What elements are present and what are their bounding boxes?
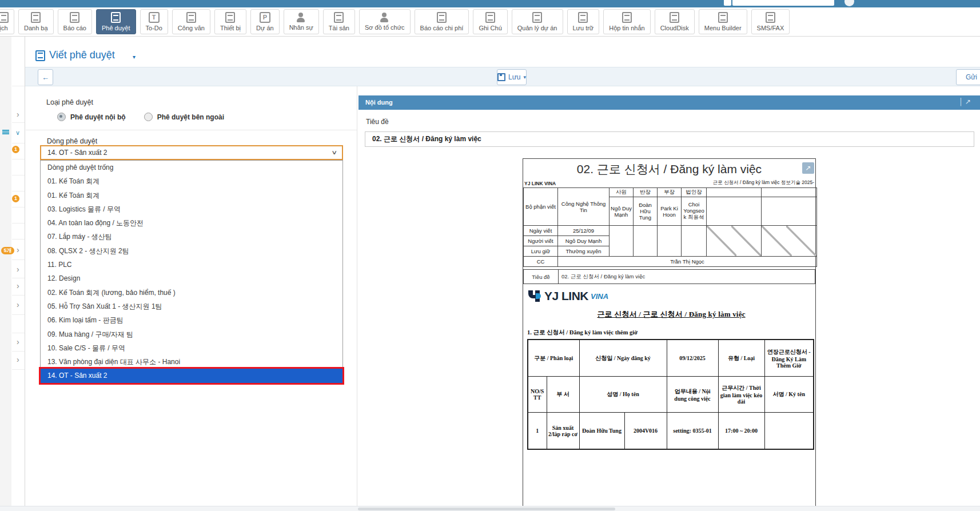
req-header-cell: 유형 / Loại	[718, 340, 764, 377]
toolbar-item-sms-fax[interactable]: SMS/FAX	[751, 9, 790, 34]
radio-external[interactable]	[144, 113, 153, 121]
toolbar-item-bao-cao-chi-phi[interactable]: Báo cáo chi phí	[415, 9, 469, 34]
flow-option[interactable]: 07. Lắp máy - 생산팀	[41, 230, 342, 243]
flow-option[interactable]: 10. Sale C/S - 물류 / 무역	[41, 341, 342, 355]
meta-value-cell: Thường xuyên	[558, 246, 609, 257]
dept-value-cell: Công Nghệ Thông Tin	[558, 188, 609, 226]
expand-section-chevron[interactable]: ›	[17, 265, 19, 273]
form-divider	[26, 130, 357, 130]
expand-section-chevron[interactable]: ›	[17, 282, 19, 290]
count-badge: 5개	[1, 247, 14, 254]
title-input[interactable]: 02. 근로 신청서 / Đăng ký làm việc	[365, 131, 974, 147]
search-scope-box[interactable]	[724, 0, 731, 6]
req-data-cell	[764, 413, 814, 450]
flow-option[interactable]: 06. Kim loại tấm - 판금팀	[41, 313, 342, 327]
req-col-header: 부 서	[547, 377, 579, 413]
meta-label-cell: Ngày viết	[524, 226, 558, 236]
flow-option[interactable]: 08. QLSX 2 - 생산지원 2팀	[41, 244, 342, 258]
signer-cell: Ngô Duy Mạnh	[609, 197, 634, 226]
radio-internal[interactable]	[57, 113, 66, 121]
req-data-cell: 17:00 ~ 20:00	[718, 413, 764, 450]
approval-icon	[111, 12, 121, 23]
toolbar-item-phe-duyet[interactable]: Phê duyệt	[96, 9, 136, 34]
req-header-cell: 연장근로신청서 - Đăng Ký Làm Thêm Giờ	[764, 340, 814, 377]
user-avatar[interactable]	[844, 0, 854, 6]
document-company: YJ LINK VINA	[524, 181, 556, 186]
back-button[interactable]: ←	[38, 69, 53, 85]
toolbar-item-cong-van[interactable]: Công văn	[172, 9, 210, 34]
flow-option[interactable]: 01. Kế Toán 회계	[41, 174, 342, 188]
flow-option[interactable]: 05. Hỗ Trợ Sản Xuất 1 - 생산지원 1팀	[41, 300, 342, 313]
expense-report-icon	[437, 12, 447, 23]
cc-label-cell: CC	[524, 257, 558, 267]
scrollbar-thumb[interactable]	[358, 508, 615, 510]
toolbar-item-luu-tru[interactable]: Lưu trữ	[567, 9, 600, 34]
global-search-input[interactable]	[732, 0, 834, 6]
toolbar-item-quan-ly-du-an[interactable]: Quản lý dự án	[512, 9, 563, 34]
sign-box-crossed	[707, 226, 762, 257]
document-expand-button[interactable]: ↗	[802, 162, 814, 174]
expand-section-chevron[interactable]: ›	[17, 356, 19, 364]
menu-builder-icon	[718, 12, 728, 23]
meta-value-cell: Ngô Duy Mạnh	[558, 236, 609, 246]
panel-expand-icon[interactable]: │ ↗	[959, 98, 971, 106]
expand-section-chevron[interactable]: ›	[17, 246, 19, 254]
document-ref: 근로 신청서 / Đăng ký làm việc 정보기술 2025-	[713, 179, 814, 186]
flow-option[interactable]: Dòng phê duyệt trống	[41, 161, 342, 174]
toolbar-item-lich[interactable]: ịch	[0, 9, 14, 34]
flow-option[interactable]: 02. Kế Toán 회계 (lương, bảo hiểm, thuế )	[41, 286, 342, 300]
flow-option[interactable]: 09. Mua hàng / 구매/자재 팀	[41, 328, 342, 341]
approval-type-radios: Phê duyệt nội bộ Phê duyệt bên ngoài	[57, 113, 238, 121]
chevron-down-icon: ∨	[331, 146, 337, 159]
save-button[interactable]: Lưu ▾	[497, 69, 527, 85]
toolbar-item-clouddisk[interactable]: CloudDisk	[655, 9, 695, 34]
project-management-icon	[532, 12, 542, 23]
calendar-icon	[0, 12, 9, 23]
send-button[interactable]: Gửi →	[956, 69, 980, 85]
req-date-cell: 09/12/2025	[667, 340, 718, 377]
toolbar-item-hop-tin-nhan[interactable]: Hộp tin nhắn	[603, 9, 650, 34]
subject-value-cell: 02. 근로 신청서 / Đăng ký làm việc	[559, 270, 815, 284]
toolbar-item-danh-ba[interactable]: Danh bạ	[18, 9, 54, 34]
todo-icon: T	[149, 12, 160, 23]
content-panel-header: Nội dung │ ↗	[358, 95, 980, 110]
flow-option[interactable]: 01. Kế Toán 회계	[41, 189, 342, 202]
save-floppy-icon	[497, 73, 505, 81]
flow-option[interactable]: 04. An toàn lao động / 노동안전	[41, 216, 342, 230]
sign-box	[609, 226, 634, 257]
letterhead: YJ LINK VINA 근로 신청서 / 근로 신청서 / Đăng ký l…	[523, 284, 815, 450]
req-data-cell: Đoàn Hữu Tung	[579, 413, 624, 450]
sign-box-crossed	[762, 226, 817, 257]
flow-option[interactable]: 11. PLC	[41, 258, 342, 272]
radio-internal-label: Phê duyệt nội bộ	[70, 113, 126, 121]
flow-option[interactable]: 03. Logistics 물류 / 무역	[41, 202, 342, 216]
page-title-dropdown-caret[interactable]: ▾	[133, 54, 136, 60]
toolbar-item-thiet-bi[interactable]: Thiết bị	[214, 9, 246, 34]
toolbar-item-so-do-to-chuc[interactable]: Sơ đồ tổ chức	[359, 9, 411, 34]
toolbar-item-to-do[interactable]: TTo-Do	[140, 9, 168, 34]
expand-section-chevron[interactable]: ›	[17, 301, 19, 309]
expand-section-chevron[interactable]: ›	[17, 338, 19, 346]
toolbar-item-tai-san[interactable]: Tài sản	[323, 9, 355, 34]
overtime-request-table: 구분 / Phân loại 신청일 / Ngày đăng ký 09/12/…	[527, 339, 814, 450]
document-title: 02. 근로 신청서 / Đăng ký làm việc	[523, 161, 815, 177]
horizontal-scrollbar[interactable]	[0, 506, 980, 511]
toolbar-item-ghi-chu[interactable]: Ghi Chú	[473, 9, 507, 34]
req-header-cell: 신청일 / Ngày đăng ký	[579, 340, 667, 377]
collapse-caret-icon[interactable]: ∨	[15, 130, 20, 136]
req-col-header: 업무내용 / Nội dung công việc	[667, 377, 718, 413]
flow-option[interactable]: 13. Văn phòng đại diện 대표 사무소 - Hanoi	[41, 355, 342, 369]
approval-flow-select[interactable]: 14. OT - Sản xuất 2 ∨	[40, 145, 343, 160]
flow-option[interactable]: 12. Design	[41, 272, 342, 285]
toolbar-item-nhan-su[interactable]: Nhân sự	[284, 9, 319, 34]
toolbar-item-menu-builder[interactable]: Menu Builder	[699, 9, 747, 34]
toolbar-item-bao-cao[interactable]: Báo cáo	[58, 9, 92, 34]
expand-section-chevron[interactable]: ›	[17, 110, 19, 118]
notes-icon	[485, 12, 495, 23]
toolbar-item-du-an[interactable]: PDự án	[250, 9, 280, 34]
flow-option-selected[interactable]: 14. OT - Sản xuất 2	[41, 369, 342, 382]
sign-box	[658, 226, 682, 257]
contacts-icon	[31, 12, 41, 23]
radio-external-label: Phê duyệt bên ngoài	[157, 113, 224, 121]
signer-cell: Đoàn Hữu Tung	[634, 197, 658, 226]
